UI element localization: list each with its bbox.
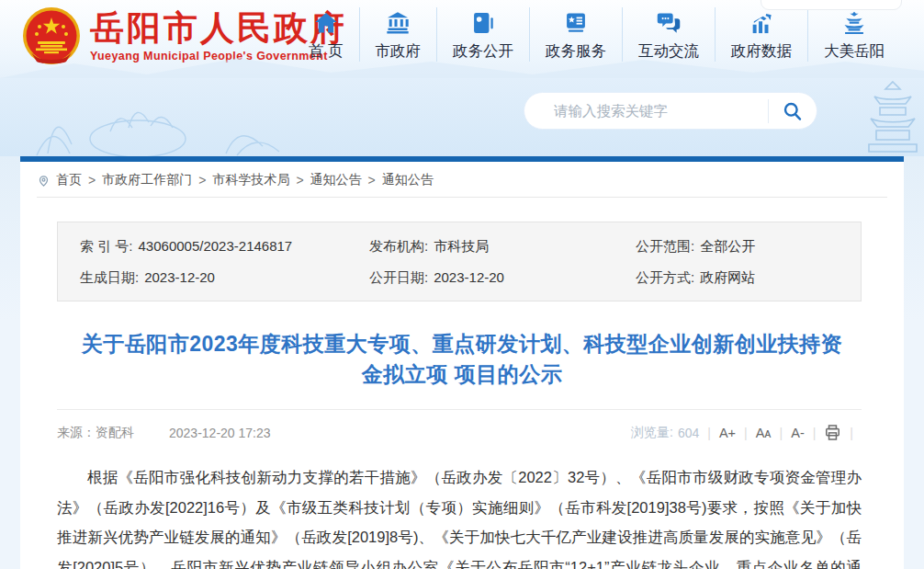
- home-icon: [312, 9, 340, 37]
- info-label: 生成日期:: [80, 269, 139, 285]
- page: 岳阳市人民政府 Yueyang Municipal People's Gover…: [0, 0, 924, 569]
- service-list-icon: [562, 9, 590, 37]
- info-issuing-agency: 发布机构:市科技局: [369, 238, 636, 256]
- breadcrumb-separator: >: [88, 173, 96, 188]
- open-document-icon: [469, 9, 497, 37]
- chat-bubbles-icon: [655, 9, 682, 37]
- font-larger-button[interactable]: A+: [719, 426, 736, 440]
- meta-separator: |: [850, 426, 853, 440]
- content-top-bar: [20, 156, 904, 162]
- meta-separator: |: [813, 426, 817, 440]
- page-title: 关于岳阳市2023年度科技重大专项、重点研发计划、科技型企业创新创业扶持资金拟立…: [72, 329, 852, 390]
- info-open-method: 公开方式:政府网站: [636, 269, 861, 287]
- article-tools: 浏览量: 604 | A+ | Aᴀ | A- | |: [631, 424, 862, 441]
- pavilion-decoration: [862, 78, 924, 156]
- info-value: 市科技局: [434, 238, 489, 254]
- breadcrumb-notices[interactable]: 通知公告: [310, 172, 362, 188]
- meta-separator: |: [707, 426, 711, 440]
- breadcrumb-science-bureau[interactable]: 市科学技术局: [212, 172, 289, 188]
- views-label: 浏览量:: [631, 425, 673, 441]
- print-button[interactable]: [824, 424, 841, 441]
- main-nav: 首 页 市政府 政务公开 政务服务: [293, 7, 900, 62]
- nav-item-gov-affairs[interactable]: 政务公开: [436, 7, 529, 62]
- breadcrumb-separator: >: [368, 173, 376, 188]
- views-count: 604: [678, 426, 699, 440]
- info-value: 2023-12-20: [144, 269, 215, 285]
- location-pin-icon: [37, 174, 51, 188]
- info-label: 发布机构:: [369, 238, 428, 254]
- search-icon: [782, 100, 804, 122]
- info-value: 2023-12-20: [434, 269, 504, 285]
- nav-label: 政府数据: [731, 41, 792, 62]
- meta-separator: |: [744, 426, 748, 440]
- breadcrumb-current[interactable]: 通知公告: [382, 172, 434, 188]
- search-input[interactable]: [552, 102, 768, 120]
- info-value: 全部公开: [700, 238, 755, 254]
- banner: [0, 78, 924, 156]
- breadcrumb-separator: >: [296, 173, 303, 188]
- nav-label: 首 页: [309, 41, 344, 62]
- nav-label: 市政府: [376, 41, 422, 62]
- top-popup-remnant: [761, 0, 902, 10]
- document-info-box: 索 引 号:43060005/2023-2146817 发布机构:市科技局 公开…: [57, 222, 862, 302]
- search-button[interactable]: [769, 93, 817, 129]
- info-value: 43060005/2023-2146817: [139, 238, 293, 254]
- nav-item-gov-services[interactable]: 政务服务: [529, 7, 622, 62]
- nav-item-home[interactable]: 首 页: [293, 7, 359, 62]
- info-index-number: 索 引 号:43060005/2023-2146817: [80, 238, 369, 256]
- nav-label: 互动交流: [638, 41, 699, 62]
- info-publish-date: 公开日期:2023-12-20: [369, 269, 636, 287]
- font-normal-button[interactable]: Aᴀ: [756, 426, 772, 440]
- breadcrumb-divider: [37, 197, 887, 198]
- meta-separator: |: [780, 426, 783, 440]
- printer-icon: [824, 424, 841, 441]
- lotus-decoration: [0, 95, 303, 159]
- content-card: 首页 > 市政府工作部门 > 市科学技术局 > 通知公告 > 通知公告 索 引 …: [20, 162, 904, 569]
- nav-item-interaction[interactable]: 互动交流: [622, 7, 715, 62]
- info-label: 公开日期:: [369, 269, 428, 285]
- article-source: 来源：资配科: [57, 425, 134, 441]
- article-datetime: 2023-12-20 17:23: [169, 426, 271, 440]
- nav-item-city-government[interactable]: 市政府: [359, 7, 437, 62]
- article-meta: 来源：资配科 2023-12-20 17:23 浏览量: 604 | A+ | …: [57, 424, 862, 441]
- info-label: 公开范围:: [636, 238, 694, 254]
- breadcrumb-home[interactable]: 首页: [56, 172, 82, 188]
- nav-item-gov-data[interactable]: 政府数据: [715, 7, 807, 62]
- breadcrumb-departments[interactable]: 市政府工作部门: [102, 172, 192, 188]
- font-smaller-button[interactable]: A-: [791, 426, 805, 440]
- site-header: 岳阳市人民政府 Yueyang Municipal People's Gover…: [0, 0, 924, 78]
- nav-label: 政务服务: [546, 41, 606, 62]
- national-emblem-icon: [22, 6, 81, 65]
- info-label: 公开方式:: [636, 269, 694, 285]
- pavilion-icon: [840, 9, 868, 37]
- data-chart-icon: [748, 9, 775, 37]
- breadcrumb: 首页 > 市政府工作部门 > 市科学技术局 > 通知公告 > 通知公告: [20, 162, 904, 197]
- meta-divider: [57, 409, 862, 410]
- info-label: 索 引 号:: [80, 238, 133, 254]
- info-created-date: 生成日期:2023-12-20: [80, 269, 369, 287]
- nav-item-beautiful-yueyang[interactable]: 大美岳阳: [807, 7, 900, 62]
- breadcrumb-separator: >: [198, 173, 206, 188]
- article-body: 根据《岳阳市强化科技创新动力支撑的若干措施》（岳政办发〔2022〕32号）、《岳…: [57, 462, 862, 569]
- info-value: 政府网站: [700, 269, 755, 285]
- info-open-scope: 公开范围:全部公开: [636, 238, 861, 256]
- government-building-icon: [384, 9, 411, 37]
- nav-label: 政务公开: [453, 41, 513, 62]
- nav-label: 大美岳阳: [824, 41, 885, 62]
- search-bar: [524, 92, 817, 130]
